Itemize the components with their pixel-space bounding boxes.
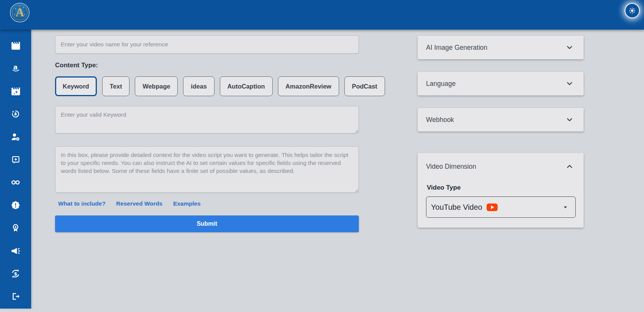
svg-text:A: A <box>16 6 24 19</box>
accordion-ai-image-generation-header[interactable]: AI Image Generation <box>418 36 584 59</box>
content-type-amazonreview[interactable]: AmazonReview <box>278 76 339 96</box>
app-logo-icon: A <box>10 3 30 22</box>
sidebar-item-alerts[interactable] <box>0 194 31 217</box>
youtube-icon <box>486 203 498 211</box>
amazon-icon: a <box>11 63 21 74</box>
app-logo[interactable]: A <box>10 3 30 22</box>
chevron-down-icon <box>565 116 574 124</box>
content-type-label: Content Type: <box>55 62 359 69</box>
sidebar-item-achievements[interactable] <box>0 217 31 239</box>
accordion-title: Video Dimension <box>426 163 476 171</box>
chevron-down-icon <box>565 43 574 52</box>
svg-text:a: a <box>13 63 17 71</box>
theme-toggle-button[interactable] <box>625 4 639 17</box>
sidebar-item-user-settings[interactable] <box>0 125 31 148</box>
megaphone-icon <box>10 245 21 257</box>
accordion-video-dimension-header[interactable]: Video Dimension <box>418 153 584 180</box>
sidebar-item-history-lock[interactable] <box>0 103 31 125</box>
submit-button[interactable]: Submit <box>55 215 359 232</box>
sidebar-item-announcements[interactable] <box>0 239 31 262</box>
seal-exclamation-icon <box>10 200 21 211</box>
content-type-text[interactable]: Text <box>102 76 130 96</box>
keyword-textarea[interactable] <box>55 106 359 133</box>
content-type-podcast[interactable]: PodCast <box>344 76 385 96</box>
history-lock-icon <box>10 109 21 119</box>
left-sidebar: a <box>0 30 31 309</box>
accordion-language: Language <box>418 72 584 95</box>
helper-links: What to include? Reserved Words Examples <box>55 200 359 207</box>
accordion-title: Webhook <box>426 116 454 124</box>
award-ribbon-icon <box>10 223 21 233</box>
chevron-up-icon <box>565 162 574 171</box>
content-type-autocaption[interactable]: AutoCaption <box>220 76 273 96</box>
content-type-webpage[interactable]: Webpage <box>135 76 178 96</box>
sidebar-item-videos[interactable] <box>0 34 31 57</box>
content-type-ideas[interactable]: ideas <box>183 76 214 96</box>
movie-clapperboard-icon <box>11 41 21 51</box>
accordion-language-header[interactable]: Language <box>418 72 584 95</box>
video-type-select[interactable]: YouTube Video <box>426 196 576 218</box>
sidebar-item-unlimited[interactable] <box>0 171 31 194</box>
examples-link[interactable]: Examples <box>173 200 200 207</box>
infinity-icon <box>10 177 21 188</box>
accordion-video-dimension: Video Dimension Video Type YouTube Video <box>418 153 584 228</box>
accordion-title: AI Image Generation <box>426 44 487 52</box>
content-type-keyword[interactable]: Keyword <box>55 76 97 96</box>
dropdown-caret-icon <box>562 203 569 211</box>
video-name-input[interactable] <box>55 35 359 54</box>
svg-text:$: $ <box>14 271 17 277</box>
context-textarea[interactable] <box>55 146 359 193</box>
video-type-value: YouTube Video <box>431 203 482 212</box>
sidebar-item-premium-badge[interactable] <box>0 148 31 171</box>
movie-sparkles-icon <box>11 86 21 97</box>
accordion-webhook: Webhook <box>418 108 584 131</box>
badge-star-icon <box>11 155 21 165</box>
logout-icon <box>10 291 21 302</box>
currency-sync-icon: $ <box>10 268 21 279</box>
app-root: A a <box>0 0 644 312</box>
reserved-words-link[interactable]: Reserved Words <box>116 200 163 207</box>
top-navbar: A <box>0 0 644 30</box>
video-type-label: Video Type <box>427 184 575 192</box>
accordion-title: Language <box>426 80 456 88</box>
sun-icon <box>628 6 637 15</box>
settings-panel: AI Image Generation Language Webhook <box>418 36 584 240</box>
video-dimension-body: Video Type YouTube Video <box>418 180 584 228</box>
sidebar-item-amazon[interactable]: a <box>0 57 31 80</box>
main-form: Content Type: Keyword Text Webpage ideas… <box>55 35 359 232</box>
what-to-include-link[interactable]: What to include? <box>58 200 106 207</box>
accordion-ai-image-generation: AI Image Generation <box>418 36 584 59</box>
sidebar-item-logout[interactable] <box>0 285 31 308</box>
accordion-webhook-header[interactable]: Webhook <box>418 108 584 131</box>
chevron-down-icon <box>565 79 574 88</box>
user-gear-icon <box>10 131 21 142</box>
sidebar-item-ai-video[interactable] <box>0 80 31 103</box>
sidebar-item-subscription[interactable]: $ <box>0 262 31 285</box>
content-type-group: Keyword Text Webpage ideas AutoCaption A… <box>55 76 359 96</box>
